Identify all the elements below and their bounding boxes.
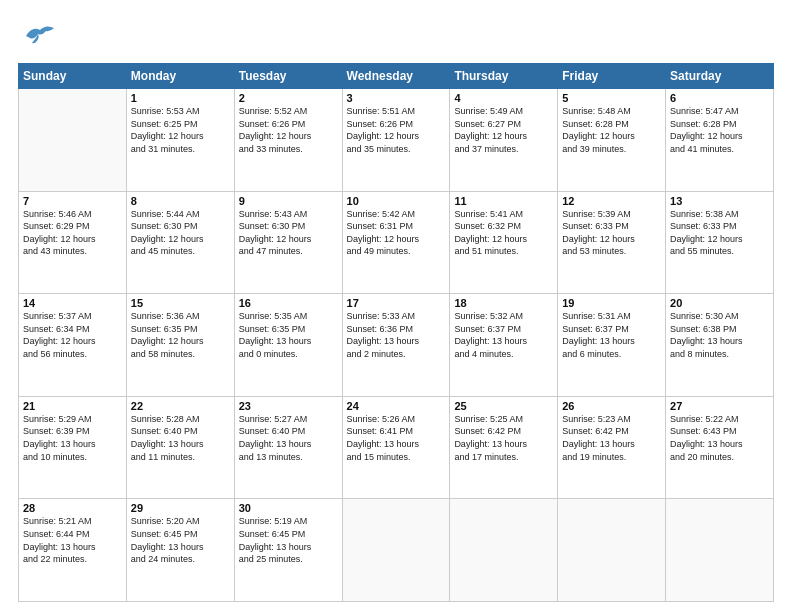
- cell-content: Sunrise: 5:35 AM Sunset: 6:35 PM Dayligh…: [239, 310, 338, 360]
- cell-content: Sunrise: 5:21 AM Sunset: 6:44 PM Dayligh…: [23, 515, 122, 565]
- day-number: 4: [454, 92, 553, 104]
- cell-content: Sunrise: 5:32 AM Sunset: 6:37 PM Dayligh…: [454, 310, 553, 360]
- calendar-cell: 28Sunrise: 5:21 AM Sunset: 6:44 PM Dayli…: [19, 499, 127, 602]
- calendar-cell: 20Sunrise: 5:30 AM Sunset: 6:38 PM Dayli…: [666, 294, 774, 397]
- day-number: 1: [131, 92, 230, 104]
- calendar-cell: 12Sunrise: 5:39 AM Sunset: 6:33 PM Dayli…: [558, 191, 666, 294]
- calendar-cell: 14Sunrise: 5:37 AM Sunset: 6:34 PM Dayli…: [19, 294, 127, 397]
- calendar-header: SundayMondayTuesdayWednesdayThursdayFrid…: [19, 64, 774, 89]
- calendar-cell: [450, 499, 558, 602]
- cell-content: Sunrise: 5:20 AM Sunset: 6:45 PM Dayligh…: [131, 515, 230, 565]
- column-header-sunday: Sunday: [19, 64, 127, 89]
- calendar-cell: 22Sunrise: 5:28 AM Sunset: 6:40 PM Dayli…: [126, 396, 234, 499]
- day-number: 21: [23, 400, 122, 412]
- calendar-cell: 3Sunrise: 5:51 AM Sunset: 6:26 PM Daylig…: [342, 89, 450, 192]
- calendar-cell: 7Sunrise: 5:46 AM Sunset: 6:29 PM Daylig…: [19, 191, 127, 294]
- calendar-cell: 21Sunrise: 5:29 AM Sunset: 6:39 PM Dayli…: [19, 396, 127, 499]
- day-number: 10: [347, 195, 446, 207]
- calendar-cell: 5Sunrise: 5:48 AM Sunset: 6:28 PM Daylig…: [558, 89, 666, 192]
- cell-content: Sunrise: 5:31 AM Sunset: 6:37 PM Dayligh…: [562, 310, 661, 360]
- day-number: 8: [131, 195, 230, 207]
- day-number: 26: [562, 400, 661, 412]
- day-number: 30: [239, 502, 338, 514]
- calendar-cell: [19, 89, 127, 192]
- page: SundayMondayTuesdayWednesdayThursdayFrid…: [0, 0, 792, 612]
- column-header-thursday: Thursday: [450, 64, 558, 89]
- week-row-1: 1Sunrise: 5:53 AM Sunset: 6:25 PM Daylig…: [19, 89, 774, 192]
- cell-content: Sunrise: 5:52 AM Sunset: 6:26 PM Dayligh…: [239, 105, 338, 155]
- day-number: 20: [670, 297, 769, 309]
- cell-content: Sunrise: 5:25 AM Sunset: 6:42 PM Dayligh…: [454, 413, 553, 463]
- day-number: 24: [347, 400, 446, 412]
- day-number: 18: [454, 297, 553, 309]
- cell-content: Sunrise: 5:23 AM Sunset: 6:42 PM Dayligh…: [562, 413, 661, 463]
- cell-content: Sunrise: 5:39 AM Sunset: 6:33 PM Dayligh…: [562, 208, 661, 258]
- day-number: 3: [347, 92, 446, 104]
- calendar-cell: 4Sunrise: 5:49 AM Sunset: 6:27 PM Daylig…: [450, 89, 558, 192]
- calendar-cell: [342, 499, 450, 602]
- calendar-cell: 23Sunrise: 5:27 AM Sunset: 6:40 PM Dayli…: [234, 396, 342, 499]
- day-number: 14: [23, 297, 122, 309]
- calendar-cell: 30Sunrise: 5:19 AM Sunset: 6:45 PM Dayli…: [234, 499, 342, 602]
- cell-content: Sunrise: 5:46 AM Sunset: 6:29 PM Dayligh…: [23, 208, 122, 258]
- calendar-cell: 16Sunrise: 5:35 AM Sunset: 6:35 PM Dayli…: [234, 294, 342, 397]
- week-row-5: 28Sunrise: 5:21 AM Sunset: 6:44 PM Dayli…: [19, 499, 774, 602]
- day-number: 6: [670, 92, 769, 104]
- column-header-saturday: Saturday: [666, 64, 774, 89]
- calendar-cell: 24Sunrise: 5:26 AM Sunset: 6:41 PM Dayli…: [342, 396, 450, 499]
- calendar-cell: 18Sunrise: 5:32 AM Sunset: 6:37 PM Dayli…: [450, 294, 558, 397]
- logo: [18, 18, 62, 53]
- calendar-cell: 27Sunrise: 5:22 AM Sunset: 6:43 PM Dayli…: [666, 396, 774, 499]
- cell-content: Sunrise: 5:28 AM Sunset: 6:40 PM Dayligh…: [131, 413, 230, 463]
- day-number: 13: [670, 195, 769, 207]
- week-row-3: 14Sunrise: 5:37 AM Sunset: 6:34 PM Dayli…: [19, 294, 774, 397]
- calendar-cell: 10Sunrise: 5:42 AM Sunset: 6:31 PM Dayli…: [342, 191, 450, 294]
- cell-content: Sunrise: 5:51 AM Sunset: 6:26 PM Dayligh…: [347, 105, 446, 155]
- week-row-2: 7Sunrise: 5:46 AM Sunset: 6:29 PM Daylig…: [19, 191, 774, 294]
- cell-content: Sunrise: 5:26 AM Sunset: 6:41 PM Dayligh…: [347, 413, 446, 463]
- column-header-tuesday: Tuesday: [234, 64, 342, 89]
- day-number: 29: [131, 502, 230, 514]
- cell-content: Sunrise: 5:38 AM Sunset: 6:33 PM Dayligh…: [670, 208, 769, 258]
- logo-bird-icon: [18, 18, 58, 53]
- calendar-cell: 2Sunrise: 5:52 AM Sunset: 6:26 PM Daylig…: [234, 89, 342, 192]
- cell-content: Sunrise: 5:36 AM Sunset: 6:35 PM Dayligh…: [131, 310, 230, 360]
- calendar-cell: 8Sunrise: 5:44 AM Sunset: 6:30 PM Daylig…: [126, 191, 234, 294]
- column-header-friday: Friday: [558, 64, 666, 89]
- cell-content: Sunrise: 5:19 AM Sunset: 6:45 PM Dayligh…: [239, 515, 338, 565]
- cell-content: Sunrise: 5:44 AM Sunset: 6:30 PM Dayligh…: [131, 208, 230, 258]
- day-number: 19: [562, 297, 661, 309]
- calendar-cell: 13Sunrise: 5:38 AM Sunset: 6:33 PM Dayli…: [666, 191, 774, 294]
- day-number: 28: [23, 502, 122, 514]
- day-number: 7: [23, 195, 122, 207]
- week-row-4: 21Sunrise: 5:29 AM Sunset: 6:39 PM Dayli…: [19, 396, 774, 499]
- cell-content: Sunrise: 5:33 AM Sunset: 6:36 PM Dayligh…: [347, 310, 446, 360]
- day-number: 11: [454, 195, 553, 207]
- column-header-monday: Monday: [126, 64, 234, 89]
- day-number: 15: [131, 297, 230, 309]
- calendar-cell: [666, 499, 774, 602]
- cell-content: Sunrise: 5:22 AM Sunset: 6:43 PM Dayligh…: [670, 413, 769, 463]
- cell-content: Sunrise: 5:53 AM Sunset: 6:25 PM Dayligh…: [131, 105, 230, 155]
- calendar-table: SundayMondayTuesdayWednesdayThursdayFrid…: [18, 63, 774, 602]
- calendar-cell: 19Sunrise: 5:31 AM Sunset: 6:37 PM Dayli…: [558, 294, 666, 397]
- cell-content: Sunrise: 5:49 AM Sunset: 6:27 PM Dayligh…: [454, 105, 553, 155]
- cell-content: Sunrise: 5:41 AM Sunset: 6:32 PM Dayligh…: [454, 208, 553, 258]
- calendar-body: 1Sunrise: 5:53 AM Sunset: 6:25 PM Daylig…: [19, 89, 774, 602]
- calendar-cell: 11Sunrise: 5:41 AM Sunset: 6:32 PM Dayli…: [450, 191, 558, 294]
- day-number: 27: [670, 400, 769, 412]
- day-number: 16: [239, 297, 338, 309]
- calendar-cell: 15Sunrise: 5:36 AM Sunset: 6:35 PM Dayli…: [126, 294, 234, 397]
- calendar-cell: 25Sunrise: 5:25 AM Sunset: 6:42 PM Dayli…: [450, 396, 558, 499]
- day-number: 25: [454, 400, 553, 412]
- calendar-cell: 26Sunrise: 5:23 AM Sunset: 6:42 PM Dayli…: [558, 396, 666, 499]
- day-number: 5: [562, 92, 661, 104]
- cell-content: Sunrise: 5:43 AM Sunset: 6:30 PM Dayligh…: [239, 208, 338, 258]
- calendar-cell: 1Sunrise: 5:53 AM Sunset: 6:25 PM Daylig…: [126, 89, 234, 192]
- header: [18, 18, 774, 53]
- calendar-cell: 6Sunrise: 5:47 AM Sunset: 6:28 PM Daylig…: [666, 89, 774, 192]
- cell-content: Sunrise: 5:47 AM Sunset: 6:28 PM Dayligh…: [670, 105, 769, 155]
- column-header-wednesday: Wednesday: [342, 64, 450, 89]
- cell-content: Sunrise: 5:30 AM Sunset: 6:38 PM Dayligh…: [670, 310, 769, 360]
- cell-content: Sunrise: 5:27 AM Sunset: 6:40 PM Dayligh…: [239, 413, 338, 463]
